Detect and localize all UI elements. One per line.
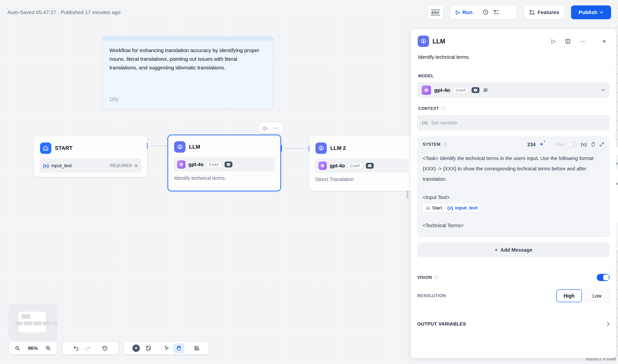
note-text: Workflow for enhancing translation accur… [103, 40, 273, 72]
divider [411, 312, 616, 312]
variable-icon: {x} [43, 163, 49, 168]
clipped-text: H [616, 162, 618, 166]
history-icon [102, 345, 108, 351]
node-more-button[interactable]: ⋯ [271, 124, 281, 132]
openai-icon [318, 162, 327, 170]
clock-history-icon [482, 9, 489, 16]
zoom-in-icon [45, 345, 51, 351]
expand-icon[interactable] [599, 142, 604, 147]
edge-start-to-llm [147, 146, 167, 146]
chat-mode-badge: CHAT [453, 87, 468, 93]
panel-close-button[interactable]: × [599, 36, 610, 47]
minimap[interactable] [9, 304, 57, 339]
publish-label: Publish [579, 9, 597, 15]
panel-node-description[interactable]: Identify technical terms. [411, 47, 616, 60]
help-icon[interactable]: ? [434, 275, 439, 280]
redo-button[interactable] [82, 343, 93, 353]
help-icon[interactable]: ? [441, 106, 446, 111]
panel-docs-button[interactable] [562, 36, 573, 47]
system-prompt-box[interactable]: SYSTEM ? 234 ✦✦ Jinja {x} <Task> Identif… [417, 136, 610, 237]
model-name: gpt-4o [188, 162, 204, 167]
divider [411, 265, 616, 265]
system-prompt-paragraph[interactable]: <Task> Identify the technical terms in t… [423, 153, 604, 184]
node-llm[interactable]: LLM gpt-4o CHAT Identify technical terms… [167, 135, 281, 191]
chat-mode-badge: CHAT [348, 163, 363, 169]
run-label: Run [462, 9, 473, 15]
node-start[interactable]: START {x} input_text REQUIRED ≡ [34, 136, 147, 177]
node-llm2[interactable]: LLM 2 gpt-4o CHAT Direct Translation [309, 136, 414, 191]
undo-button[interactable] [71, 343, 82, 353]
model-selector[interactable]: gpt-4o CHAT [417, 82, 610, 98]
context-section-label: CONTEXT ? [418, 106, 610, 111]
vision-support-icon [225, 162, 232, 167]
add-message-label: Add Message [500, 247, 532, 253]
jinja-label: Jinja [555, 142, 564, 147]
generate-sparkle-icon[interactable]: ✦✦ [539, 141, 543, 148]
resolution-label: RESOLUTION [417, 293, 446, 298]
sliders-icon [483, 87, 489, 93]
add-message-button[interactable]: + Add Message [417, 243, 610, 257]
model-section-label: MODEL [418, 74, 610, 79]
run-toolbar: ▷ Run [450, 5, 516, 19]
view-history-button[interactable] [100, 343, 110, 353]
hand-mode-button[interactable] [173, 343, 184, 353]
checklist-icon [493, 9, 500, 16]
zoom-controls: 96% [9, 342, 57, 354]
home-icon [40, 142, 51, 154]
add-node-button[interactable]: + [131, 343, 142, 353]
publish-button[interactable]: Publish [571, 5, 611, 19]
copy-icon[interactable] [590, 142, 596, 147]
llm-brain-icon [174, 141, 185, 153]
chat-mode-badge: CHAT [206, 162, 222, 168]
resolution-high-button[interactable]: High [556, 289, 582, 302]
start-variable-row[interactable]: {x} input_text REQUIRED ≡ [40, 159, 141, 173]
panel-more-button[interactable]: ⋯ [577, 36, 588, 47]
cursor-icon [164, 345, 169, 351]
node-play-button[interactable]: ▷ [261, 124, 270, 132]
vision-toggle[interactable] [597, 274, 610, 281]
features-button[interactable]: Features [524, 5, 564, 19]
zoom-in-button[interactable] [43, 343, 54, 353]
insert-variable-icon[interactable]: {x} [581, 142, 587, 147]
panel-title[interactable]: LLM [433, 38, 545, 45]
llm2-model-row[interactable]: gpt-4o CHAT [315, 159, 408, 173]
features-icon [529, 9, 535, 15]
minimap-node [15, 322, 23, 325]
system-prompt-paragraph[interactable]: <Technical Terms> [423, 220, 604, 231]
jinja-toggle[interactable] [568, 142, 577, 147]
env-button[interactable]: ENV [428, 5, 443, 19]
zoom-level[interactable]: 96% [28, 345, 38, 351]
undo-icon [73, 345, 79, 351]
features-label: Features [537, 9, 559, 15]
run-button[interactable]: ▷ Run [453, 9, 476, 15]
context-set-variable[interactable]: {x} Set variable [417, 115, 610, 130]
redo-icon [85, 345, 91, 351]
minimap-node [33, 322, 42, 325]
note-author: Dify [109, 96, 118, 102]
workflow-note[interactable]: Workflow for enhancing translation accur… [103, 37, 273, 109]
prompt-variable-chip[interactable]: Start / {x} input_text [423, 204, 480, 212]
paragraph-icon: ≡ [135, 163, 138, 169]
system-section-label: SYSTEM ? [423, 142, 447, 147]
checklist-button[interactable] [491, 7, 502, 18]
env-icon: ENV [431, 10, 440, 15]
note-plus-icon [145, 345, 151, 351]
vision-support-icon [366, 163, 374, 169]
help-icon[interactable]: ? [442, 142, 447, 147]
llm-model-row[interactable]: gpt-4o CHAT [174, 158, 275, 171]
organize-grid-icon [194, 345, 200, 351]
llm-config-panel: LLM ▷ ⋯ × Identify technical terms. MODE… [411, 29, 616, 358]
organize-nodes-button[interactable] [191, 343, 202, 353]
panel-run-button[interactable]: ▷ [548, 36, 559, 47]
add-note-button[interactable] [143, 343, 154, 353]
chevron-right-icon[interactable] [607, 322, 610, 326]
pointer-mode-button[interactable] [161, 343, 172, 353]
resolution-low-button[interactable]: Low [584, 289, 610, 302]
system-prompt-paragraph[interactable]: <Input Text> [423, 192, 604, 202]
clipped-text: s [616, 181, 618, 186]
run-history-button[interactable] [480, 7, 491, 18]
plus-icon: + [494, 246, 498, 253]
plus-circle-icon: + [132, 344, 140, 352]
model-name: gpt-4o [434, 87, 450, 93]
zoom-out-button[interactable] [12, 343, 23, 353]
